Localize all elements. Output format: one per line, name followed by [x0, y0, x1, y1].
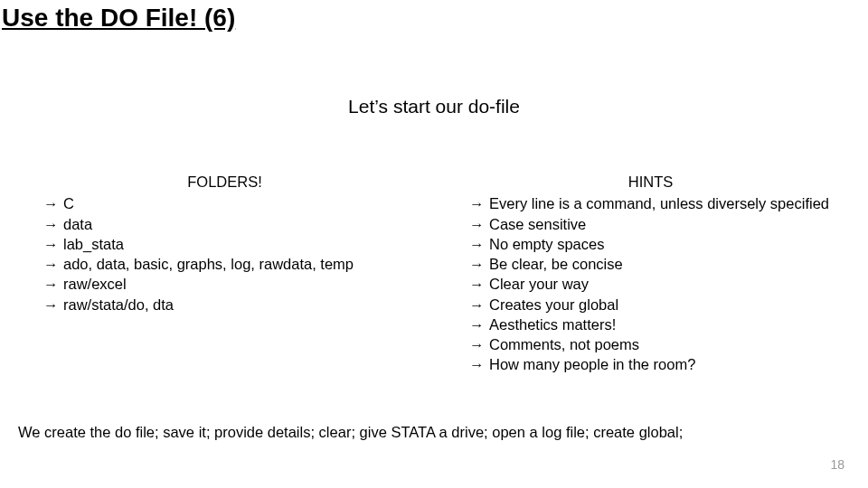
hints-list: Every line is a command, unless diversel… — [469, 193, 832, 374]
list-item: Be clear, be concise — [469, 254, 832, 274]
folders-column: FOLDERS! C data lab_stata ado, data, bas… — [43, 172, 406, 375]
list-item: Aesthetics matters! — [469, 314, 832, 334]
folders-list: C data lab_stata ado, data, basic, graph… — [43, 193, 406, 314]
folders-header: FOLDERS! — [43, 172, 406, 192]
list-item: No empty spaces — [469, 234, 832, 254]
list-item: Comments, not poems — [469, 334, 832, 354]
hints-header: HINTS — [469, 172, 832, 192]
list-item: lab_stata — [43, 234, 406, 254]
slide-title: Use the DO File! (6) — [0, 0, 868, 33]
footer-note: We create the do file; save it; provide … — [18, 424, 683, 441]
list-item: Clear your way — [469, 274, 832, 294]
list-item: C — [43, 193, 406, 213]
list-item: Every line is a command, unless diversel… — [469, 193, 832, 213]
page-number: 18 — [830, 457, 844, 472]
list-item: raw/stata/do, dta — [43, 295, 406, 314]
list-item: data — [43, 214, 406, 234]
list-item: Case sensitive — [469, 214, 832, 234]
content-columns: FOLDERS! C data lab_stata ado, data, bas… — [0, 172, 868, 375]
hints-column: HINTS Every line is a command, unless di… — [469, 172, 832, 375]
list-item: Creates your global — [469, 295, 832, 314]
slide-subtitle: Let’s start our do-file — [0, 96, 868, 117]
slide: Use the DO File! (6) Let’s start our do-… — [0, 0, 868, 488]
list-item: ado, data, basic, graphs, log, rawdata, … — [43, 254, 406, 274]
list-item: How many people in the room? — [469, 354, 832, 374]
list-item: raw/excel — [43, 274, 406, 294]
